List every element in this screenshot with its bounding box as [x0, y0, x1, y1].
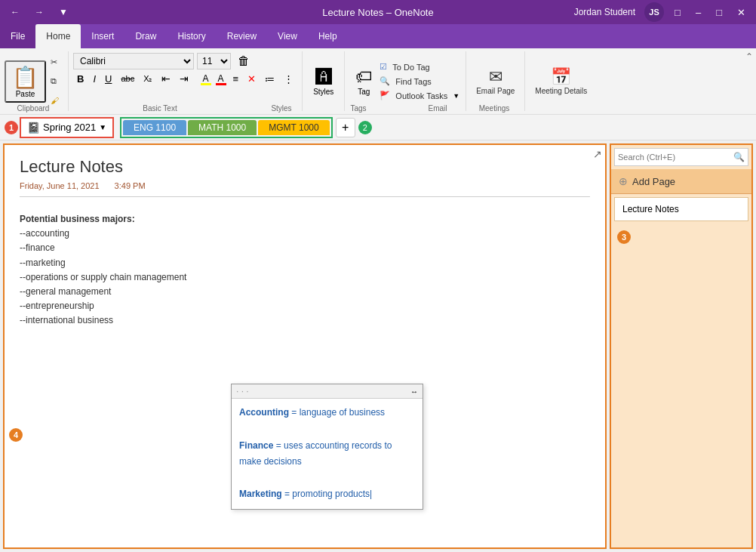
note-heading: Potential business majors: [20, 212, 590, 227]
font-name-select[interactable]: Calibri [73, 53, 194, 69]
copy-button[interactable]: ⧉ [48, 75, 62, 88]
tab-history[interactable]: History [167, 24, 216, 48]
floating-note-box[interactable]: · · · ↔ Accounting = language of busines… [231, 384, 423, 510]
title-bar: ← → ▼ Lecture Notes – OneNote Jordan Stu… [0, 0, 756, 24]
add-section-button[interactable]: + [336, 118, 355, 137]
numbering-button[interactable]: ⋮ [280, 72, 297, 86]
basic-text-label: Basic Text [143, 104, 177, 113]
list-item: --marketing [20, 256, 590, 270]
highlight-color-button[interactable]: A [199, 72, 213, 85]
note-title: Lecture Notes [20, 157, 590, 177]
clipboard-small-buttons: ✂ ⧉ 🖌 [46, 51, 63, 111]
tab-insert[interactable]: Insert [81, 24, 124, 48]
ribbon-display-options[interactable]: □ [670, 5, 685, 20]
right-panel: 🔍 ⊕ Add Page Lecture Notes 3 [610, 143, 753, 549]
format-painter-icon: 🖌 [51, 96, 59, 105]
quick-access-toolbar[interactable]: ▼ [54, 3, 72, 21]
alignment-button[interactable]: ≡ [229, 72, 243, 86]
note-body: Potential business majors: --accounting … [20, 212, 590, 328]
font-color-button[interactable]: A [214, 72, 228, 85]
tags-group: 🏷 Tag ☑ To Do Tag 🔍 Find Tags 🚩 Outlook … [345, 51, 466, 111]
step1-badge: 1 [5, 121, 18, 134]
drag-handle: · · · [236, 386, 249, 396]
notebook-bar: 1 📓 Spring 2021 ▼ ENG 1100 MATH 1000 MGM… [0, 115, 756, 140]
decrease-indent-button[interactable]: ⇤ [158, 71, 174, 86]
list-item: --entrepreneurship [20, 299, 590, 313]
notebook-dropdown-icon: ▼ [99, 123, 106, 131]
notebook-name: Spring 2021 [43, 122, 96, 133]
forward-button[interactable]: → [30, 3, 48, 21]
styles-label: Styles [313, 88, 333, 96]
maximize-button[interactable]: □ [711, 5, 727, 20]
underline-button[interactable]: U [101, 72, 115, 86]
note-date-row: Friday, June 11, 2021 3:49 PM [20, 181, 590, 197]
tab-draw[interactable]: Draw [124, 24, 167, 48]
back-button[interactable]: ← [6, 3, 24, 21]
add-page-label: Add Page [632, 176, 675, 187]
bullets-button[interactable]: ≔ [261, 72, 278, 86]
page-item-lecture-notes[interactable]: Lecture Notes [614, 197, 748, 221]
list-item: --finance [20, 241, 590, 255]
floating-line3: Marketing = promoting products [239, 486, 415, 503]
find-tags-button[interactable]: Find Tags [392, 76, 435, 88]
subscript-button[interactable]: X₂ [140, 72, 155, 85]
user-name: Jordan Student [574, 7, 635, 17]
bold-button[interactable]: B [73, 72, 88, 86]
notebook-selector[interactable]: 📓 Spring 2021 ▼ [20, 117, 114, 138]
clear-formatting-button[interactable]: 🗑 [234, 53, 254, 69]
section-tab-eng[interactable]: ENG 1100 [123, 120, 186, 135]
tab-help[interactable]: Help [308, 24, 348, 48]
tab-review[interactable]: Review [217, 24, 267, 48]
search-tags-icon: 🔍 [380, 76, 390, 86]
clear-button[interactable]: ✕ [244, 72, 260, 86]
close-button[interactable]: ✕ [733, 5, 750, 20]
notebook-icon: 📓 [27, 122, 40, 134]
plus-circle-icon: ⊕ [619, 175, 628, 187]
minimize-button[interactable]: – [691, 5, 705, 20]
meeting-details-button[interactable]: 📅 Meeting Details [531, 65, 591, 97]
strikethrough-button[interactable]: abc [117, 72, 138, 85]
styles-icon: 🅰 [315, 67, 332, 87]
add-page-button[interactable]: ⊕ Add Page [611, 169, 751, 194]
paste-button[interactable]: 📋 Paste [5, 60, 46, 103]
increase-indent-button[interactable]: ⇥ [176, 71, 192, 86]
email-page-button[interactable]: ✉ Email Page [472, 65, 518, 97]
tag-button[interactable]: 🏷 Tag [351, 66, 376, 97]
floating-line2: Finance = uses accounting records to mak… [239, 438, 415, 470]
italic-button[interactable]: I [89, 72, 100, 86]
step3-badge: 3 [617, 230, 631, 244]
note-time: 3:49 PM [115, 181, 146, 190]
styles-button[interactable]: 🅰 Styles [309, 66, 338, 97]
window-title: Lecture Notes – OneNote [322, 7, 433, 18]
email-group-label: Email [428, 104, 447, 113]
search-icon: 🔍 [733, 152, 745, 162]
section-tab-math[interactable]: MATH 1000 [188, 120, 257, 135]
checkbox-icon: ☑ [380, 62, 387, 72]
floating-line1: Accounting = language of business [239, 405, 415, 421]
clipboard-group: 📋 Paste ✂ ⧉ 🖌 Clipboard [0, 51, 69, 111]
outlook-tasks-button[interactable]: Outlook Tasks [392, 90, 450, 102]
list-item: --general management [20, 285, 590, 299]
copy-icon: ⧉ [51, 76, 57, 86]
section-tab-mgmt[interactable]: MGMT 1000 [258, 120, 329, 135]
user-avatar[interactable]: JS [644, 2, 664, 22]
list-item: --international business [20, 313, 590, 328]
expand-handle-icon: ↔ [410, 387, 418, 396]
flag-icon: 🚩 [380, 91, 390, 100]
font-size-select[interactable]: 11 [197, 53, 231, 69]
font-row1: Calibri 11 🗑 [73, 53, 297, 69]
list-item: --operations or supply chain management [20, 270, 590, 285]
cut-button[interactable]: ✂ [48, 56, 62, 69]
collapse-ribbon-button[interactable]: ⌃ [745, 51, 753, 62]
tab-view[interactable]: View [267, 24, 308, 48]
title-bar-left: ← → ▼ [6, 3, 72, 21]
tab-home[interactable]: Home [35, 24, 81, 48]
tab-file[interactable]: File [0, 24, 35, 48]
search-input[interactable] [618, 153, 733, 162]
expand-button[interactable]: ↗ [593, 148, 602, 160]
styles-group: 🅰 Styles Styles [303, 51, 345, 111]
todo-tag-button[interactable]: To Do Tag [389, 61, 432, 73]
note-date: Friday, June 11, 2021 [20, 181, 100, 190]
clipboard-label: Clipboard [17, 104, 50, 113]
email-icon: ✉ [489, 67, 502, 87]
